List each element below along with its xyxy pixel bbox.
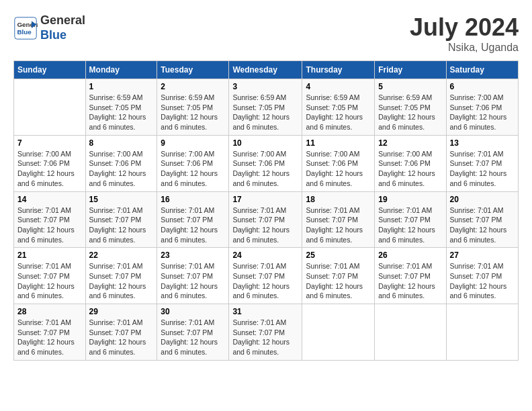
calendar-header: SundayMondayTuesdayWednesdayThursdayFrid… (14, 61, 519, 79)
header-cell-thursday: Thursday (302, 61, 375, 79)
day-number: 20 (450, 195, 515, 204)
calendar-cell: 28Sunrise: 7:01 AMSunset: 7:07 PMDayligh… (14, 304, 86, 361)
calendar-cell: 21Sunrise: 7:01 AMSunset: 7:07 PMDayligh… (14, 248, 86, 304)
day-info: Sunrise: 7:01 AMSunset: 7:07 PMDaylight:… (450, 149, 515, 189)
logo-general: General (40, 13, 85, 27)
day-info: Sunrise: 6:59 AMSunset: 7:05 PMDaylight:… (232, 93, 298, 132)
day-info: Sunrise: 6:59 AMSunset: 7:05 PMDaylight:… (161, 93, 225, 132)
calendar-week-2: 7Sunrise: 7:00 AMSunset: 7:06 PMDaylight… (14, 135, 519, 191)
calendar-cell: 13Sunrise: 7:01 AMSunset: 7:07 PMDayligh… (446, 135, 519, 191)
day-info: Sunrise: 7:01 AMSunset: 7:07 PMDaylight:… (450, 205, 515, 245)
day-number: 12 (378, 138, 442, 148)
calendar-cell: 25Sunrise: 7:01 AMSunset: 7:07 PMDayligh… (302, 248, 375, 304)
day-number: 25 (306, 250, 371, 260)
header-cell-saturday: Saturday (446, 61, 519, 79)
day-number: 5 (378, 82, 442, 91)
calendar-cell (14, 79, 86, 136)
day-info: Sunrise: 7:01 AMSunset: 7:07 PMDaylight:… (232, 261, 298, 301)
day-info: Sunrise: 7:00 AMSunset: 7:06 PMDaylight:… (89, 149, 154, 189)
day-info: Sunrise: 7:00 AMSunset: 7:06 PMDaylight:… (232, 149, 298, 189)
day-info: Sunrise: 7:00 AMSunset: 7:06 PMDaylight:… (161, 149, 225, 189)
day-info: Sunrise: 7:01 AMSunset: 7:07 PMDaylight:… (17, 261, 82, 301)
header-row: SundayMondayTuesdayWednesdayThursdayFrid… (14, 61, 519, 79)
day-info: Sunrise: 7:01 AMSunset: 7:07 PMDaylight:… (232, 205, 298, 245)
calendar-cell: 31Sunrise: 7:01 AMSunset: 7:07 PMDayligh… (229, 304, 302, 361)
header-cell-tuesday: Tuesday (157, 61, 229, 79)
day-info: Sunrise: 7:01 AMSunset: 7:07 PMDaylight:… (306, 261, 371, 301)
day-number: 6 (450, 82, 515, 91)
calendar-cell: 2Sunrise: 6:59 AMSunset: 7:05 PMDaylight… (157, 79, 229, 136)
day-info: Sunrise: 7:00 AMSunset: 7:06 PMDaylight:… (17, 149, 82, 189)
calendar-week-3: 14Sunrise: 7:01 AMSunset: 7:07 PMDayligh… (14, 191, 519, 248)
day-number: 21 (17, 250, 82, 260)
day-number: 18 (306, 195, 371, 204)
calendar-cell (302, 304, 375, 361)
calendar-cell: 23Sunrise: 7:01 AMSunset: 7:07 PMDayligh… (157, 248, 229, 304)
calendar-cell: 29Sunrise: 7:01 AMSunset: 7:07 PMDayligh… (85, 304, 157, 361)
day-number: 31 (232, 307, 298, 316)
header-cell-monday: Monday (85, 61, 157, 79)
calendar-cell: 20Sunrise: 7:01 AMSunset: 7:07 PMDayligh… (446, 191, 519, 248)
day-number: 16 (161, 195, 225, 204)
day-number: 22 (89, 250, 154, 260)
calendar-cell: 3Sunrise: 6:59 AMSunset: 7:05 PMDaylight… (229, 79, 302, 136)
header-cell-friday: Friday (375, 61, 446, 79)
calendar-cell: 7Sunrise: 7:00 AMSunset: 7:06 PMDaylight… (14, 135, 86, 191)
day-info: Sunrise: 7:01 AMSunset: 7:07 PMDaylight:… (161, 261, 225, 301)
calendar-cell: 15Sunrise: 7:01 AMSunset: 7:07 PMDayligh… (85, 191, 157, 248)
calendar-cell: 22Sunrise: 7:01 AMSunset: 7:07 PMDayligh… (85, 248, 157, 304)
day-number: 27 (450, 250, 515, 260)
day-info: Sunrise: 7:00 AMSunset: 7:06 PMDaylight:… (378, 149, 442, 189)
calendar-cell: 5Sunrise: 6:59 AMSunset: 7:05 PMDaylight… (375, 79, 446, 136)
calendar-cell: 26Sunrise: 7:01 AMSunset: 7:07 PMDayligh… (375, 248, 446, 304)
day-info: Sunrise: 7:00 AMSunset: 7:06 PMDaylight:… (450, 93, 515, 132)
day-number: 11 (306, 138, 371, 148)
calendar-body: 1Sunrise: 6:59 AMSunset: 7:05 PMDaylight… (14, 79, 519, 361)
day-number: 23 (161, 250, 225, 260)
day-info: Sunrise: 7:01 AMSunset: 7:07 PMDaylight:… (17, 205, 82, 245)
svg-text:Blue: Blue (17, 28, 32, 36)
day-info: Sunrise: 7:01 AMSunset: 7:07 PMDaylight:… (89, 318, 154, 357)
logo: General Blue General Blue (13, 13, 85, 42)
day-info: Sunrise: 7:01 AMSunset: 7:07 PMDaylight:… (161, 205, 225, 245)
calendar-cell: 8Sunrise: 7:00 AMSunset: 7:06 PMDaylight… (85, 135, 157, 191)
day-info: Sunrise: 6:59 AMSunset: 7:05 PMDaylight:… (378, 93, 442, 132)
day-number: 8 (89, 138, 154, 148)
day-info: Sunrise: 7:01 AMSunset: 7:07 PMDaylight:… (378, 205, 442, 245)
header-cell-sunday: Sunday (14, 61, 86, 79)
page-header: General Blue General Blue July 2024 Nsik… (13, 13, 519, 54)
calendar-week-1: 1Sunrise: 6:59 AMSunset: 7:05 PMDaylight… (14, 79, 519, 136)
calendar-week-4: 21Sunrise: 7:01 AMSunset: 7:07 PMDayligh… (14, 248, 519, 304)
header-cell-wednesday: Wednesday (229, 61, 302, 79)
day-number: 1 (89, 82, 154, 91)
logo-icon: General Blue (13, 16, 38, 40)
calendar-cell: 1Sunrise: 6:59 AMSunset: 7:05 PMDaylight… (85, 79, 157, 136)
day-info: Sunrise: 7:01 AMSunset: 7:07 PMDaylight:… (89, 261, 154, 301)
day-info: Sunrise: 7:01 AMSunset: 7:07 PMDaylight:… (89, 205, 154, 245)
calendar-cell: 27Sunrise: 7:01 AMSunset: 7:07 PMDayligh… (446, 248, 519, 304)
day-info: Sunrise: 7:01 AMSunset: 7:07 PMDaylight:… (232, 318, 298, 357)
day-info: Sunrise: 7:01 AMSunset: 7:07 PMDaylight:… (161, 318, 225, 357)
day-number: 2 (161, 82, 225, 91)
day-number: 13 (450, 138, 515, 148)
calendar-cell: 19Sunrise: 7:01 AMSunset: 7:07 PMDayligh… (375, 191, 446, 248)
day-number: 29 (89, 307, 154, 316)
day-number: 4 (306, 82, 371, 91)
month-year-title: July 2024 (410, 13, 519, 42)
day-number: 9 (161, 138, 225, 148)
calendar-cell: 4Sunrise: 6:59 AMSunset: 7:05 PMDaylight… (302, 79, 375, 136)
day-number: 3 (232, 82, 298, 91)
day-number: 14 (17, 195, 82, 204)
calendar-cell: 30Sunrise: 7:01 AMSunset: 7:07 PMDayligh… (157, 304, 229, 361)
calendar-cell: 12Sunrise: 7:00 AMSunset: 7:06 PMDayligh… (375, 135, 446, 191)
day-info: Sunrise: 7:01 AMSunset: 7:07 PMDaylight:… (306, 205, 371, 245)
calendar-cell: 6Sunrise: 7:00 AMSunset: 7:06 PMDaylight… (446, 79, 519, 136)
calendar-cell: 11Sunrise: 7:00 AMSunset: 7:06 PMDayligh… (302, 135, 375, 191)
day-number: 10 (232, 138, 298, 148)
day-number: 19 (378, 195, 442, 204)
logo-blue: Blue (40, 28, 85, 43)
calendar-table: SundayMondayTuesdayWednesdayThursdayFrid… (13, 60, 519, 361)
calendar-cell: 24Sunrise: 7:01 AMSunset: 7:07 PMDayligh… (229, 248, 302, 304)
calendar-cell: 17Sunrise: 7:01 AMSunset: 7:07 PMDayligh… (229, 191, 302, 248)
day-info: Sunrise: 7:01 AMSunset: 7:07 PMDaylight:… (378, 261, 442, 301)
